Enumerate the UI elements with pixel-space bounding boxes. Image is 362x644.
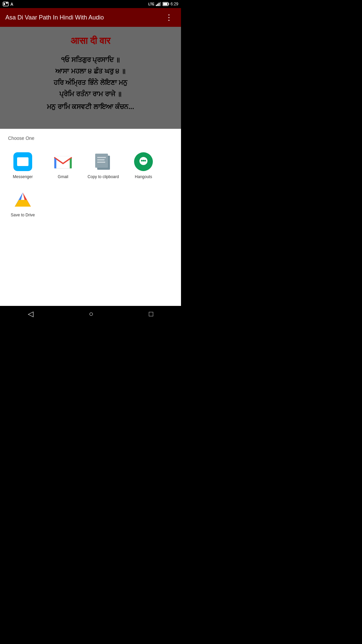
hindi-line-4: ਪ੍ਰੇਮਿ ਰਤੰਨਾ ਰਾਮ ਰਾਜੇ ॥ xyxy=(47,88,134,100)
choose-one-label: Choose One xyxy=(0,129,181,144)
copy-to-clipboard-app-item[interactable]: Copy to clipboard xyxy=(83,149,123,182)
app-bar: Asa Di Vaar Path In Hindi With Audio ⋮ xyxy=(0,8,181,27)
home-button[interactable]: ○ xyxy=(83,307,99,321)
status-right-icons: LTE 6:29 xyxy=(148,2,178,6)
svg-rect-10 xyxy=(163,3,167,5)
hindi-line-5: ਮਨੁ ਰਾਮਿ ਕਸਵਟੀ ਲਾਇਆ ਕੰਚਨ... xyxy=(47,101,134,112)
a-icon: A xyxy=(10,2,15,6)
sim-icon xyxy=(3,2,9,6)
svg-rect-11 xyxy=(18,158,28,165)
signal-icon xyxy=(156,2,161,6)
svg-text:A: A xyxy=(10,2,13,6)
gmail-app-item[interactable]: Gmail xyxy=(43,149,83,182)
svg-rect-7 xyxy=(160,2,161,6)
hangouts-label: Hangouts xyxy=(135,174,152,179)
gmail-label: Gmail xyxy=(58,174,68,179)
svg-rect-23 xyxy=(97,162,105,163)
save-to-drive-app-item[interactable]: Save to Drive xyxy=(3,187,43,220)
messenger-app-item[interactable]: Messenger xyxy=(3,149,43,182)
overflow-menu-button[interactable]: ⋮ xyxy=(162,11,176,23)
svg-marker-31 xyxy=(15,200,31,207)
messenger-icon-wrapper xyxy=(13,152,33,172)
svg-point-25 xyxy=(141,160,143,162)
svg-rect-21 xyxy=(97,157,106,158)
save-to-drive-label: Save to Drive xyxy=(11,213,35,217)
svg-rect-20 xyxy=(95,154,108,168)
content-area: आसा दी वार ੧ਓ ਸਤਿਗੁਰ ਪ੍ਰਸਾਦਿ ॥ ਆਸਾ ਮਹਲਾ … xyxy=(0,27,181,129)
hangouts-icon xyxy=(134,152,153,171)
time-display: 6:29 xyxy=(171,2,178,6)
svg-rect-18 xyxy=(54,156,72,158)
drive-icon-wrapper xyxy=(13,190,33,210)
svg-rect-15 xyxy=(54,156,72,168)
hindi-line-2: ਆਸਾ ਮਹਲਾ ੪ ਛੰਤ ਘਰੁ ੪ ॥ xyxy=(47,65,134,77)
clipboard-icon xyxy=(95,152,112,171)
svg-rect-2 xyxy=(6,2,8,4)
hindi-body: ੧ਓ ਸਤਿਗੁਰ ਪ੍ਰਸਾਦਿ ॥ ਆਸਾ ਮਹਲਾ ੪ ਛੰਤ ਘਰੁ ੪… xyxy=(47,54,134,112)
content-overlay: आसा दी वार ੧ਓ ਸਤਿਗੁਰ ਪ੍ਰਸਾਦਿ ॥ ਆਸਾ ਮਹਲਾ … xyxy=(0,27,181,129)
hangouts-svg xyxy=(137,156,149,168)
drive-icon xyxy=(13,191,32,209)
svg-rect-5 xyxy=(157,4,158,6)
svg-rect-1 xyxy=(4,3,5,5)
hindi-title: आसा दी वार xyxy=(47,34,134,49)
back-button[interactable]: ◁ xyxy=(22,307,39,321)
copy-to-clipboard-label: Copy to clipboard xyxy=(87,174,119,179)
clipboard-icon-wrapper xyxy=(93,152,113,172)
apps-row-2: Save to Drive xyxy=(0,187,181,220)
hangouts-icon-wrapper xyxy=(133,152,154,172)
svg-point-26 xyxy=(143,160,144,162)
nav-bar: ◁ ○ □ xyxy=(0,306,181,322)
svg-rect-22 xyxy=(97,159,105,160)
app-title: Asa Di Vaar Path In Hindi With Audio xyxy=(5,14,162,21)
hindi-line-1: ੧ਓ ਸਤਿਗੁਰ ਪ੍ਰਸਾਦਿ ॥ xyxy=(47,54,134,65)
messenger-icon xyxy=(13,152,32,171)
messenger-label: Messenger xyxy=(13,174,33,179)
bottom-sheet: Choose One Messenger xyxy=(0,129,181,322)
gmail-icon xyxy=(54,154,72,169)
lte-label: LTE xyxy=(148,2,154,6)
svg-rect-9 xyxy=(168,3,169,5)
gmail-icon-wrapper xyxy=(53,152,73,172)
svg-rect-4 xyxy=(156,5,157,6)
hindi-line-3: ਹਰਿ ਅੰਮ੍ਰਿਤ ਭਿੰਨੇ ਲੋਇਣਾ ਮਨੁ xyxy=(47,77,134,88)
svg-rect-6 xyxy=(159,3,160,6)
hindi-text-block: आसा दी वार ੧ਓ ਸਤਿਗੁਰ ਪ੍ਰਸਾਦਿ ॥ ਆਸਾ ਮਹਲਾ … xyxy=(47,34,134,112)
battery-icon xyxy=(163,2,169,6)
svg-point-27 xyxy=(144,160,146,162)
messenger-svg xyxy=(16,155,29,168)
recents-button[interactable]: □ xyxy=(143,307,159,321)
status-bar: A LTE 6:29 xyxy=(0,0,181,8)
hangouts-app-item[interactable]: Hangouts xyxy=(123,149,164,182)
apps-row-1: Messenger Gmail xyxy=(0,144,181,187)
status-left-icons: A xyxy=(3,2,15,6)
